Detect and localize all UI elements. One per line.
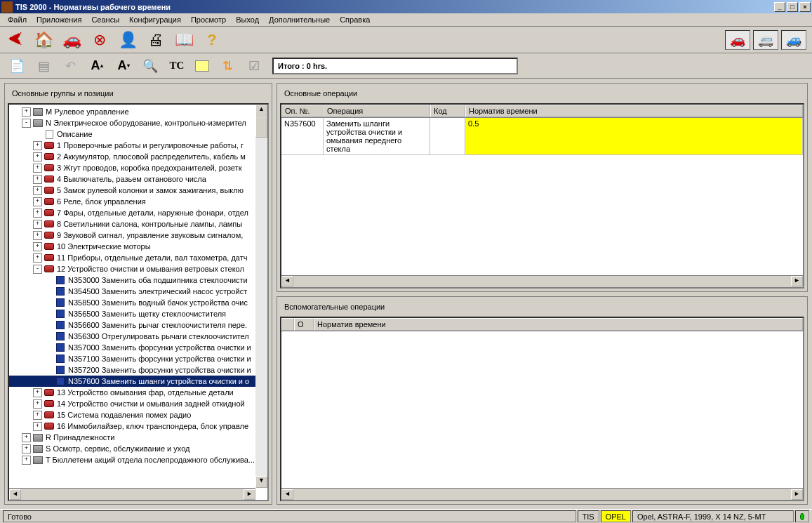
checklist-icon[interactable]: ☑	[246, 58, 262, 74]
expand-icon[interactable]: +	[33, 411, 42, 420]
tree-vscroll[interactable]: ▲ ▼	[255, 105, 267, 488]
tree-item[interactable]: Описание	[9, 128, 267, 140]
tree-item[interactable]: +8 Светильники салона, контрольные лампы…	[9, 218, 267, 230]
scroll-left-icon[interactable]: ◄	[9, 489, 21, 500]
menu-apps[interactable]: Приложения	[32, 14, 86, 25]
menu-file[interactable]: Файл	[3, 14, 32, 25]
cancel-icon[interactable]: ⊗	[90, 30, 109, 50]
tree-item[interactable]: N354500 Заменить электрический насос уст…	[9, 286, 267, 297]
expand-icon[interactable]: +	[33, 208, 42, 218]
expand-icon[interactable]: +	[33, 164, 42, 173]
tree-item[interactable]: +5 Замок рулевой колонки и замок зажиган…	[9, 185, 267, 196]
new-doc-icon[interactable]: 📄	[8, 58, 25, 74]
tree-item[interactable]: +9 Звуковой сигнал, управление звуковым …	[9, 230, 267, 241]
menu-exit[interactable]: Выход	[231, 14, 264, 25]
car-icon[interactable]: 🚗	[62, 30, 81, 50]
tree-item[interactable]: +T Бюллетени акций отдела послепродажног…	[9, 454, 267, 465]
expand-icon[interactable]	[44, 355, 53, 364]
expand-icon[interactable]: +	[33, 242, 42, 251]
expand-icon[interactable]: -	[33, 265, 42, 274]
expand-icon[interactable]	[33, 130, 42, 139]
tree-item[interactable]: N358500 Заменить водный бачок устройства…	[9, 297, 267, 308]
exit-icon[interactable]: ⮜	[6, 30, 25, 50]
list-icon[interactable]: ▤	[35, 58, 52, 74]
expand-icon[interactable]	[44, 321, 53, 330]
menu-config[interactable]: Конфигурация	[124, 14, 186, 25]
col-aux-time[interactable]: Норматив времени	[314, 318, 803, 331]
tree-item[interactable]: N353000 Заменить оба подшипника стеклооч…	[9, 274, 267, 286]
vehicle-thumb-1[interactable]: 🚗	[725, 30, 750, 50]
tree-item[interactable]: +16 Иммобилайзер, ключ транспондера, бло…	[9, 421, 267, 432]
tc-button[interactable]: TC	[168, 58, 185, 74]
tree-item[interactable]: +R Принадлежности	[9, 432, 267, 443]
tree-item[interactable]: +S Осмотр, сервис, обслуживание и уход	[9, 443, 267, 454]
minimize-button[interactable]: _	[774, 2, 785, 12]
scroll-right-icon[interactable]: ►	[791, 489, 803, 500]
expand-icon[interactable]: +	[33, 197, 42, 206]
tree-item[interactable]: -12 Устройство очистки и омывания ветров…	[9, 263, 267, 274]
expand-icon[interactable]: +	[33, 253, 42, 263]
binoculars-icon[interactable]: 🔍	[142, 58, 159, 74]
tree-item[interactable]: N356500 Заменить щетку стеклоочистителя	[9, 308, 267, 319]
vehicle-thumb-2[interactable]: 🚐	[753, 30, 778, 50]
expand-icon[interactable]	[44, 287, 53, 296]
expand-icon[interactable]: +	[33, 141, 42, 150]
scroll-up-icon[interactable]: ▲	[255, 105, 267, 117]
tree-item[interactable]: +14 Устройство очистки и омывания задней…	[9, 398, 267, 409]
scroll-left-icon[interactable]: ◄	[281, 276, 293, 286]
expand-icon[interactable]: +	[33, 422, 42, 431]
table-row[interactable]: N357600 Заменить шланги устройства очист…	[281, 118, 803, 155]
tree-item[interactable]: +7 Фары, отдельные детали, наружные фона…	[9, 207, 267, 218]
col-time[interactable]: Норматив времени	[465, 105, 803, 117]
tree-container[interactable]: +M Рулевое управление-N Электрическое об…	[8, 103, 269, 501]
expand-icon[interactable]: +	[33, 231, 42, 240]
expand-icon[interactable]: +	[33, 399, 42, 409]
tree-item[interactable]: +1 Проверочные работы и регулировочные р…	[9, 140, 267, 151]
book-icon[interactable]: 📖	[174, 30, 194, 50]
font-decrease-icon[interactable]: A▾	[115, 58, 132, 74]
col-checkbox[interactable]	[281, 318, 294, 331]
tree-item[interactable]: +11 Приборы, отдельные детали, вал тахом…	[9, 252, 267, 263]
col-opnum[interactable]: Оп. №.	[281, 105, 324, 117]
menu-additional[interactable]: Дополнительные	[264, 14, 335, 25]
expand-icon[interactable]: +	[33, 186, 42, 195]
expand-icon[interactable]	[44, 276, 53, 285]
expand-icon[interactable]: +	[33, 388, 42, 397]
person-icon[interactable]: 👤	[118, 30, 138, 50]
col-code[interactable]: Код	[430, 105, 465, 117]
tree-item[interactable]: +10 Электрические моторы	[9, 241, 267, 252]
tree-item[interactable]: N357000 Заменить форсунки устройства очи…	[9, 342, 267, 353]
expand-icon[interactable]	[44, 310, 53, 319]
scroll-left-icon[interactable]: ◄	[281, 489, 293, 500]
expand-icon[interactable]	[44, 332, 53, 341]
print-icon[interactable]: 🖨	[146, 30, 166, 50]
tree-item[interactable]: +15 Система подавления помех радио	[9, 409, 267, 421]
tree-item[interactable]: N356300 Отрегулировать рычаги стеклоочис…	[9, 331, 267, 342]
expand-icon[interactable]	[44, 298, 53, 307]
menu-sessions[interactable]: Сеансы	[86, 14, 124, 25]
expand-icon[interactable]	[44, 366, 53, 375]
tree-item[interactable]: +2 Аккумулятор, плюсовой распределитель,…	[9, 151, 267, 162]
tree-item[interactable]: N357200 Заменить форсунки устройства очи…	[9, 364, 267, 376]
tree-item[interactable]: +4 Выключатель, разьем октанового числа	[9, 173, 267, 185]
col-op[interactable]: Операция	[324, 105, 430, 117]
tree-item[interactable]: +6 Реле, блок управления	[9, 196, 267, 207]
expand-icon[interactable]	[44, 377, 53, 386]
tree-item[interactable]: +13 Устройство омывания фар, отдельные д…	[9, 387, 267, 398]
close-button[interactable]: ×	[799, 2, 811, 12]
tree-item[interactable]: -N Электрическое оборудование, контрольн…	[9, 117, 267, 128]
updown-icon[interactable]: ⇅	[219, 58, 236, 74]
menu-help[interactable]: Справка	[335, 14, 375, 25]
scroll-down-icon[interactable]: ▼	[255, 476, 267, 488]
tree-item[interactable]: +3 Жгут проводов, коробка предохранителе…	[9, 162, 267, 173]
main-ops-hscroll[interactable]: ◄ ►	[281, 275, 803, 287]
home-icon[interactable]: 🏠	[34, 30, 53, 50]
help-icon[interactable]: ?	[202, 30, 222, 50]
tree-item[interactable]: N357100 Заменить форсунки устройства очи…	[9, 353, 267, 364]
tree-item[interactable]: +M Рулевое управление	[9, 106, 267, 117]
scroll-right-icon[interactable]: ►	[791, 276, 803, 286]
aux-ops-hscroll[interactable]: ◄ ►	[281, 488, 803, 500]
expand-icon[interactable]: -	[22, 119, 31, 128]
expand-icon[interactable]	[44, 343, 53, 352]
undo-icon[interactable]: ↶	[62, 58, 79, 74]
